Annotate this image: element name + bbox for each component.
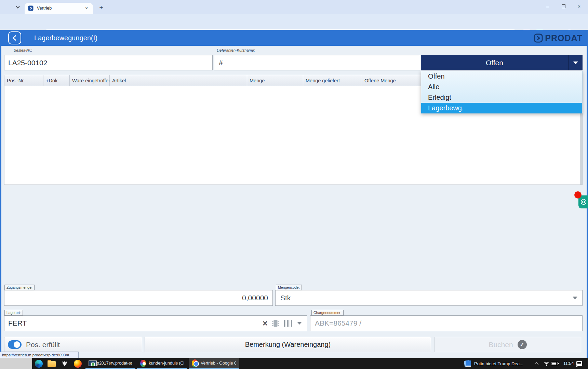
- check-icon: ✓: [518, 340, 527, 349]
- tab-close-icon[interactable]: ×: [83, 5, 90, 11]
- lieferant-label: Lieferanten-Kurzname:: [217, 48, 255, 52]
- mengencode-select[interactable]: Stk: [275, 290, 583, 306]
- filter-dropdown-list: Offen Alle Erledigt Lagerbewg.: [421, 71, 583, 113]
- battery-icon[interactable]: [551, 358, 558, 369]
- taskbar-firefox-icon[interactable]: [71, 358, 84, 369]
- new-tab-button[interactable]: +: [97, 3, 105, 12]
- status-bar-link: https://vertrieb.m.prodat-erp.de:8093/#: [0, 352, 79, 358]
- tab-title: Vertrieb: [37, 6, 83, 11]
- chevron-down-icon: [16, 4, 19, 8]
- caret-down-icon[interactable]: [573, 297, 577, 299]
- app-back-button[interactable]: [8, 31, 21, 44]
- chargennummer-label: Chargennummer:: [311, 310, 344, 316]
- zugangsmenge-input[interactable]: 0,00000: [4, 290, 273, 306]
- prodat-logo-text: PRODAT: [545, 33, 583, 43]
- pos-erfuellt-toggle[interactable]: [8, 340, 22, 349]
- app-border-left: [0, 46, 1, 358]
- filter-selected-value: Offen: [421, 55, 568, 70]
- tray-chevron-up-icon[interactable]: [535, 358, 538, 369]
- mengencode-label: Mengencode:: [276, 285, 302, 290]
- pos-erfuellt-label: Pos. erfüllt: [26, 341, 60, 349]
- filter-dropdown-arrow[interactable]: [568, 55, 583, 70]
- chat-app-icon: [140, 360, 146, 367]
- clock[interactable]: 11:54: [563, 358, 574, 369]
- chip-icon[interactable]: [272, 319, 279, 328]
- dropdown-option-erledigt[interactable]: Erledigt: [421, 92, 582, 103]
- taskbar-app-kunden[interactable]: kunden-junduls (Cha...: [137, 358, 187, 369]
- pos-erfuellt-panel: Pos. erfüllt: [4, 337, 142, 352]
- buchen-button[interactable]: Buchen ✓: [434, 337, 581, 352]
- rdp-icon: [89, 360, 94, 366]
- column-header-menge-geliefert[interactable]: Menge geliefert: [303, 75, 362, 86]
- prodat-logo: PRODAT: [534, 30, 583, 46]
- toggle-knob: [14, 341, 20, 348]
- page-title: Lagerbewegungen(I): [34, 30, 97, 46]
- filter-dropdown-button[interactable]: Offen: [421, 55, 583, 70]
- window-controls: – ×: [544, 0, 585, 13]
- caret-down-icon: [573, 62, 578, 64]
- browser-tab-strip: Vertrieb × + – ×: [0, 0, 588, 14]
- dropdown-option-offen[interactable]: Offen: [421, 71, 582, 82]
- dropdown-option-lagerbewg[interactable]: Lagerbewg.: [421, 103, 582, 113]
- barcode-icon[interactable]: [283, 319, 293, 327]
- chevron-left-icon: [10, 33, 19, 42]
- taskbar-edge-icon[interactable]: [32, 358, 45, 369]
- mengencode-value: Stk: [280, 294, 291, 302]
- prodat-favicon-icon: [28, 5, 34, 11]
- lagerort-label: Lagerort:: [4, 310, 23, 316]
- news-headline: Putin bietet Trump Dea...: [474, 361, 523, 366]
- caret-down-icon[interactable]: [297, 322, 302, 325]
- taskbar-app-label: p2017srv.prodat-sql.d...: [97, 361, 132, 366]
- prodat-logo-icon: [534, 33, 543, 43]
- bestell-nr-input[interactable]: LA25-00102: [4, 55, 213, 70]
- taskbar-app-label: Vertrieb - Google Chr...: [201, 361, 236, 366]
- maximize-icon: [562, 4, 565, 8]
- taskbar-left-window-fragment: [0, 358, 32, 369]
- column-header-menge[interactable]: Menge: [247, 75, 303, 86]
- browser-tab-vertrieb[interactable]: Vertrieb ×: [25, 3, 93, 14]
- taskbar-bat-app-icon[interactable]: [58, 358, 71, 369]
- notification-center-icon[interactable]: [576, 358, 582, 369]
- lagerort-input[interactable]: FERT: [4, 315, 307, 331]
- notification-dot: [574, 191, 582, 199]
- bestell-nr-label: Bestell-Nr.:: [14, 48, 32, 52]
- dropdown-option-alle[interactable]: Alle: [421, 82, 582, 92]
- column-header-ware-eingetroffen[interactable]: Ware eingetroffer: [70, 75, 110, 86]
- bemerkung-button[interactable]: Bemerkung (Wareneingang): [145, 337, 431, 352]
- taskbar-app-chrome[interactable]: Vertrieb - Google Chr...: [189, 358, 239, 369]
- taskbar-app-rdp[interactable]: p2017srv.prodat-sql.d...: [85, 358, 135, 369]
- taskbar: p2017srv.prodat-sql.d... kunden-junduls …: [0, 358, 588, 369]
- maximize-button[interactable]: [560, 4, 567, 9]
- tab-search-button[interactable]: [14, 3, 22, 11]
- taskbar-news-widget[interactable]: Putin bietet Trump Dea...: [461, 358, 534, 369]
- browser-toolbar: ← → vertrieb.m.prodat-erp.de:8093 ☆ S S …: [0, 14, 588, 29]
- wifi-icon[interactable]: [543, 358, 550, 369]
- chrome-icon: [192, 359, 198, 367]
- column-header-pos-nr[interactable]: Pos.-Nr.: [4, 75, 43, 86]
- zugangsmenge-label: Zugangsmenge:: [4, 285, 35, 290]
- taskbar-explorer-icon[interactable]: [45, 358, 58, 369]
- lagerort-tools: ×: [263, 315, 302, 331]
- column-header-artikel[interactable]: Artikel: [110, 75, 247, 86]
- minimize-button[interactable]: –: [544, 4, 551, 9]
- buchen-label: Buchen: [489, 341, 513, 349]
- close-button[interactable]: ×: [576, 4, 583, 9]
- taskbar-app-label: kunden-junduls (Cha...: [149, 361, 184, 366]
- column-header-dok[interactable]: +Dok: [43, 75, 70, 86]
- news-icon: [464, 360, 471, 367]
- lieferant-input[interactable]: #: [214, 55, 420, 70]
- chargennummer-input[interactable]: ABK=865479 /: [310, 315, 583, 331]
- clear-field-icon[interactable]: ×: [263, 319, 268, 328]
